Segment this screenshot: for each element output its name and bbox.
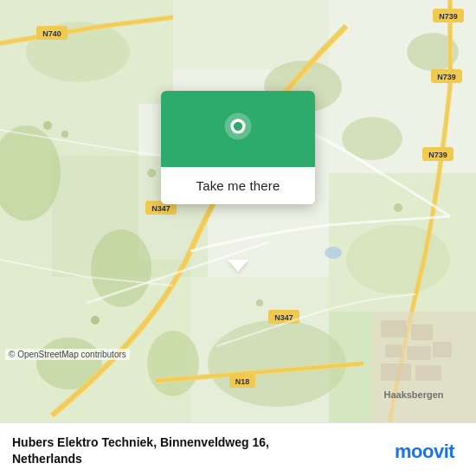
svg-point-10 [208, 320, 346, 407]
svg-text:N18: N18 [235, 377, 250, 386]
svg-point-13 [91, 229, 151, 307]
svg-text:N739: N739 [437, 73, 456, 81]
location-pin-icon [217, 110, 259, 151]
popup-icon-area [161, 91, 315, 167]
svg-point-19 [43, 121, 52, 130]
svg-rect-2 [173, 0, 329, 69]
location-info: Hubers Elektro Techniek, Binnenveldweg 1… [12, 434, 384, 466]
svg-rect-46 [381, 363, 411, 381]
svg-text:N740: N740 [42, 29, 61, 38]
svg-point-25 [394, 203, 402, 212]
svg-text:N739: N739 [428, 151, 447, 159]
bottom-bar: Hubers Elektro Techniek, Binnenveldweg 1… [0, 422, 476, 476]
svg-rect-43 [385, 344, 402, 357]
svg-point-14 [147, 331, 199, 396]
popup-card: Take me there [161, 91, 315, 204]
svg-point-24 [256, 299, 263, 306]
svg-point-52 [234, 122, 242, 131]
moovit-logo: moovit [395, 437, 464, 465]
location-country-text: Netherlands [12, 452, 82, 466]
svg-rect-45 [433, 342, 452, 357]
svg-rect-41 [381, 320, 407, 338]
svg-text:moovit: moovit [395, 441, 455, 462]
svg-text:N739: N739 [439, 12, 458, 21]
svg-point-11 [346, 225, 450, 294]
svg-rect-44 [407, 346, 431, 360]
svg-point-23 [91, 316, 100, 325]
svg-point-21 [147, 169, 156, 177]
svg-rect-47 [415, 365, 441, 381]
app-container: N347 N347 N18 N739 N739 N739 N740 [0, 0, 476, 476]
svg-rect-42 [411, 325, 433, 340]
location-name-text: Hubers Elektro Techniek, Binnenveldweg 1… [12, 435, 269, 449]
map-area: N347 N347 N18 N739 N739 N739 N740 [0, 0, 476, 422]
map-attribution: © OpenStreetMap contributors [5, 349, 130, 360]
location-name: Hubers Elektro Techniek, Binnenveldweg 1… [12, 434, 384, 466]
svg-text:Haaksbergen: Haaksbergen [383, 389, 443, 400]
svg-point-49 [325, 247, 342, 259]
svg-point-20 [61, 131, 68, 138]
moovit-logo-svg: moovit [395, 437, 464, 465]
take-me-there-button[interactable]: Take me there [161, 167, 315, 204]
svg-text:N347: N347 [151, 204, 170, 213]
